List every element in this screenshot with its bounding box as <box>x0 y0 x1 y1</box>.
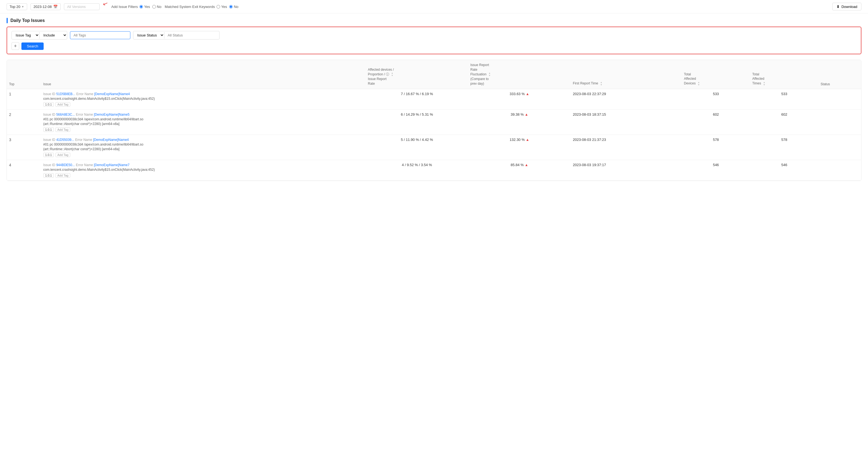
status-cell <box>818 89 861 109</box>
download-button[interactable]: ⬇ Download <box>832 3 861 10</box>
search-button[interactable]: Search <box>22 42 43 50</box>
matched-keywords-yes-label: Yes <box>221 5 227 9</box>
filter-actions: + Search <box>11 42 857 50</box>
status-cell <box>818 109 861 135</box>
matched-keywords-label: Matched System Exit Keywords <box>165 5 215 9</box>
error-name-label: Error Name <box>76 92 94 96</box>
devices-sort[interactable]: ▲ ▼ <box>698 81 700 86</box>
matched-keywords-no-label: No <box>234 5 239 9</box>
issue-id-link[interactable]: 41D55039... <box>56 138 74 142</box>
status-cell <box>818 135 861 160</box>
matched-keywords-yes[interactable]: Yes <box>217 5 227 9</box>
table-row: 2 Issue ID 568A8E3C... Error Name [DemoE… <box>7 109 861 135</box>
th-total-times: Total Affected Times ▲ ▼ <box>750 60 818 89</box>
issue-status-select[interactable]: Issue Status <box>133 31 164 39</box>
issue-id-link[interactable]: 51D5B8EB... <box>56 92 75 96</box>
tag-badge: 1.0.1 <box>43 102 54 107</box>
add-filter-button[interactable]: + <box>11 42 19 50</box>
total-times: 546 <box>750 160 818 180</box>
matched-keywords-group: Matched System Exit Keywords Yes No <box>165 5 239 9</box>
include-select[interactable]: Include <box>39 31 67 39</box>
issues-table: Top Issue Affected devices / Proportion … <box>7 60 861 181</box>
fluctuation-cell: 132.30 % ▲ <box>468 135 571 160</box>
date-picker[interactable]: 2023-12-08 📅 <box>30 3 61 10</box>
issue-cell: Issue ID 568A8E3C... Error Name [DemoExp… <box>41 109 366 135</box>
th-top: Top <box>7 60 41 89</box>
th-proportion: Affected devices / Proportion / ⓘ ▲ ▼ Is… <box>366 60 468 89</box>
first-report-sort[interactable]: ▲ ▼ <box>600 81 602 86</box>
issue-status-wrap: Issue Status <box>133 31 220 39</box>
tag-badge: 1.0.1 <box>43 173 54 178</box>
total-devices: 602 <box>682 109 750 135</box>
table-row: 4 Issue ID 944BDE50... Error Name [DemoE… <box>7 160 861 180</box>
proportion-cell: 5 / 11.90 % / 4.42 % <box>366 135 468 160</box>
issue-tag-select[interactable]: Issue Tag <box>12 31 39 39</box>
download-label: Download <box>841 5 857 9</box>
tag-badge: 1.0.1 <box>43 153 54 157</box>
section-header: Daily Top Issues <box>7 18 861 23</box>
add-tag-button[interactable]: Add Tag <box>56 153 70 157</box>
add-filters-label: Add Issue Filters <box>111 5 138 9</box>
error-name-link[interactable]: [DemoExpName]Name5 <box>94 113 129 116</box>
times-sort[interactable]: ▲ ▼ <box>763 81 765 86</box>
first-report-time: 2023-08-03 18:37:15 <box>571 109 682 135</box>
issue-tag-select-wrap: Issue Tag Include <box>11 31 67 39</box>
tag-badge: 1.0.1 <box>43 128 54 132</box>
sort-up-icon: ▲ <box>698 81 700 83</box>
section-bar <box>7 18 8 23</box>
total-times: 578 <box>750 135 818 160</box>
add-issue-filters-group: Add Issue Filters Yes No <box>111 5 161 9</box>
error-name-label: Error Name <box>76 163 94 167</box>
add-filters-yes[interactable]: Yes <box>140 5 150 9</box>
matched-keywords-no[interactable]: No <box>229 5 239 9</box>
download-icon: ⬇ <box>836 4 840 9</box>
issue-tags: 1.0.1 Add Tag <box>43 128 364 132</box>
issue-stack: #01 pc 000000000038c3d4 /apex/com.androi… <box>43 142 364 146</box>
error-name-link[interactable]: [DemoExpName]Name7 <box>94 163 129 167</box>
add-tag-button[interactable]: Add Tag <box>56 128 70 132</box>
proportion-cell: 7 / 16.67 % / 6.19 % <box>366 89 468 109</box>
error-name-link[interactable]: [DemoExpName]Name4 <box>93 138 129 142</box>
sort-up-icon: ▲ <box>489 72 491 74</box>
section-title: Daily Top Issues <box>10 18 45 23</box>
issue-id-link[interactable]: 944BDE50... <box>56 163 75 167</box>
filter-box: Issue Tag Include Issue Status + Search <box>7 27 861 54</box>
fluctuation-cell: 39.38 % ▲ <box>468 109 571 135</box>
proportion-sort[interactable]: ▲ ▼ <box>391 72 393 77</box>
issue-tags: 1.0.1 Add Tag <box>43 153 364 157</box>
issue-cell: Issue ID 944BDE50... Error Name [DemoExp… <box>41 160 366 180</box>
total-devices: 533 <box>682 89 750 109</box>
proportion-info-icon[interactable]: ⓘ <box>386 72 389 76</box>
top-number: 2 <box>7 109 41 135</box>
add-filters-no-label: No <box>157 5 162 9</box>
status-cell <box>818 160 861 180</box>
date-value: 2023-12-08 <box>33 5 52 9</box>
fluctuation-sort[interactable]: ▲ ▼ <box>489 72 491 77</box>
error-name-label: Error Name <box>75 138 93 142</box>
add-tag-button[interactable]: Add Tag <box>56 173 70 178</box>
issue-stack: com.tencent.crashsight.demo.MainActivity… <box>43 168 364 172</box>
th-total-devices: Total Affected Devices ▲ ▼ <box>682 60 750 89</box>
issue-id-link[interactable]: 568A8E3C... <box>56 113 75 116</box>
issue-stack: (art::Runtime::Abort(char const*)+2280) … <box>43 147 364 151</box>
add-tag-button[interactable]: Add Tag <box>56 102 70 107</box>
versions-select[interactable]: All Versions <box>64 3 100 10</box>
error-name-link[interactable]: [DemoExpName]Name4 <box>94 92 130 96</box>
arrow-pointer-icon: ↙ <box>102 0 109 8</box>
fluctuation-cell: 333.63 % ▲ <box>468 89 571 109</box>
calendar-icon: 📅 <box>53 5 58 9</box>
status-input[interactable] <box>164 32 219 39</box>
tags-input[interactable] <box>70 31 130 39</box>
issue-tags: 1.0.1 Add Tag <box>43 102 364 107</box>
main-content: Daily Top Issues Issue Tag Include Issue… <box>0 13 868 185</box>
issue-id-label: Issue ID <box>43 138 56 142</box>
table-row: 1 Issue ID 51D5B8EB... Error Name [DemoE… <box>7 89 861 109</box>
issues-tbody: 1 Issue ID 51D5B8EB... Error Name [DemoE… <box>7 89 861 180</box>
th-status: Status <box>818 60 861 89</box>
top-select[interactable]: Top 20 ▼ <box>7 3 27 10</box>
sort-up-icon: ▲ <box>763 81 765 83</box>
top-select-arrow: ▼ <box>22 5 24 8</box>
add-filters-no[interactable]: No <box>152 5 162 9</box>
sort-down-icon: ▼ <box>698 84 700 86</box>
sort-up-icon: ▲ <box>391 72 393 74</box>
